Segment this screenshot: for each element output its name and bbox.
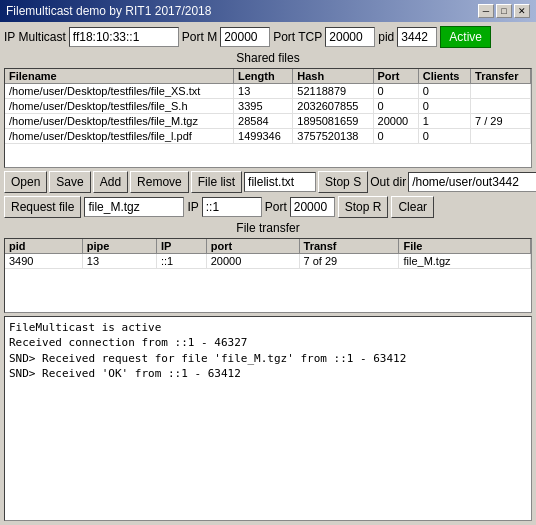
open-button[interactable]: Open xyxy=(4,171,47,193)
port-m-label: Port M xyxy=(182,30,217,44)
table-cell xyxy=(471,84,531,99)
table-cell: 3757520138 xyxy=(293,129,373,144)
request-file-button[interactable]: Request file xyxy=(4,196,81,218)
close-button[interactable]: ✕ xyxy=(514,4,530,18)
log-line: SND> Received 'OK' from ::1 - 63412 xyxy=(9,366,527,381)
stop-s-button[interactable]: Stop S xyxy=(318,171,368,193)
table-row[interactable]: /home/user/Desktop/testfiles/file_l.pdf1… xyxy=(5,129,531,144)
table-row[interactable]: 349013::1200007 of 29file_M.tgz xyxy=(5,254,531,269)
table-cell: /home/user/Desktop/testfiles/file_XS.txt xyxy=(5,84,234,99)
file-transfer-label: File transfer xyxy=(4,221,532,235)
ip-multicast-input[interactable] xyxy=(69,27,179,47)
table-row[interactable]: /home/user/Desktop/testfiles/file_XS.txt… xyxy=(5,84,531,99)
table-cell: file_M.tgz xyxy=(399,254,531,269)
shared-files-label: Shared files xyxy=(4,51,532,65)
window-body: IP Multicast Port M Port TCP pid Active … xyxy=(0,22,536,525)
table-cell: 1 xyxy=(418,114,470,129)
table-cell: 0 xyxy=(373,84,418,99)
transfer-table-container: pid pipe IP port Transf File 349013::120… xyxy=(4,238,532,313)
table-row[interactable]: /home/user/Desktop/testfiles/file_M.tgz2… xyxy=(5,114,531,129)
request-ip-input[interactable] xyxy=(202,197,262,217)
minimize-button[interactable]: ─ xyxy=(478,4,494,18)
title-bar-buttons: ─ □ ✕ xyxy=(478,4,530,18)
request-file-input[interactable] xyxy=(84,197,184,217)
request-ip-label: IP xyxy=(187,200,198,214)
port-m-input[interactable] xyxy=(220,27,270,47)
tcol-ip: IP xyxy=(156,239,206,254)
table-cell: 1895081659 xyxy=(293,114,373,129)
pid-label: pid xyxy=(378,30,394,44)
col-length: Length xyxy=(234,69,293,84)
table-cell xyxy=(471,99,531,114)
port-tcp-input[interactable] xyxy=(325,27,375,47)
col-clients: Clients xyxy=(418,69,470,84)
table-cell: 28584 xyxy=(234,114,293,129)
active-badge: Active xyxy=(440,26,491,48)
toolbar-row: Open Save Add Remove File list Stop S Ou… xyxy=(4,171,532,193)
col-port: Port xyxy=(373,69,418,84)
table-cell: 13 xyxy=(234,84,293,99)
save-button[interactable]: Save xyxy=(49,171,90,193)
tcol-transf: Transf xyxy=(299,239,399,254)
file-list-button[interactable]: File list xyxy=(191,171,242,193)
table-cell: 52118879 xyxy=(293,84,373,99)
pid-input[interactable] xyxy=(397,27,437,47)
transfer-table: pid pipe IP port Transf File 349013::120… xyxy=(5,239,531,269)
files-table-header: Filename Length Hash Port Clients Transf… xyxy=(5,69,531,84)
ip-multicast-label: IP Multicast xyxy=(4,30,66,44)
log-area: FileMulticast is activeReceived connecti… xyxy=(4,316,532,521)
maximize-button[interactable]: □ xyxy=(496,4,512,18)
table-cell: 13 xyxy=(82,254,156,269)
out-dir-label: Out dir xyxy=(370,175,406,189)
log-line: SND> Received request for file 'file_M.t… xyxy=(9,351,527,366)
table-cell: 20000 xyxy=(206,254,299,269)
table-cell: 0 xyxy=(418,99,470,114)
filelist-input[interactable] xyxy=(244,172,316,192)
table-cell: 0 xyxy=(418,129,470,144)
table-cell xyxy=(471,129,531,144)
request-port-label: Port xyxy=(265,200,287,214)
files-table-body: /home/user/Desktop/testfiles/file_XS.txt… xyxy=(5,84,531,144)
table-cell: 7 of 29 xyxy=(299,254,399,269)
remove-button[interactable]: Remove xyxy=(130,171,189,193)
log-line: Received connection from ::1 - 46327 xyxy=(9,335,527,350)
table-row[interactable]: /home/user/Desktop/testfiles/file_S.h339… xyxy=(5,99,531,114)
table-cell: 7 / 29 xyxy=(471,114,531,129)
files-table-container: Filename Length Hash Port Clients Transf… xyxy=(4,68,532,168)
table-cell: 0 xyxy=(373,99,418,114)
table-cell: 2032607855 xyxy=(293,99,373,114)
table-cell: 1499346 xyxy=(234,129,293,144)
request-row: Request file IP Port Stop R Clear xyxy=(4,196,532,218)
files-table: Filename Length Hash Port Clients Transf… xyxy=(5,69,531,144)
table-cell: 3395 xyxy=(234,99,293,114)
log-line: FileMulticast is active xyxy=(9,320,527,335)
table-cell: ::1 xyxy=(156,254,206,269)
col-filename: Filename xyxy=(5,69,234,84)
port-tcp-label: Port TCP xyxy=(273,30,322,44)
tcol-file: File xyxy=(399,239,531,254)
tcol-pipe: pipe xyxy=(82,239,156,254)
col-transfer: Transfer xyxy=(471,69,531,84)
transfer-table-body: 349013::1200007 of 29file_M.tgz xyxy=(5,254,531,269)
window-title: Filemulticast demo by RIT1 2017/2018 xyxy=(6,4,211,18)
table-cell: 0 xyxy=(418,84,470,99)
clear-button[interactable]: Clear xyxy=(391,196,434,218)
title-bar: Filemulticast demo by RIT1 2017/2018 ─ □… xyxy=(0,0,536,22)
table-cell: 0 xyxy=(373,129,418,144)
table-cell: 20000 xyxy=(373,114,418,129)
request-port-input[interactable] xyxy=(290,197,335,217)
transfer-table-header: pid pipe IP port Transf File xyxy=(5,239,531,254)
table-cell: /home/user/Desktop/testfiles/file_S.h xyxy=(5,99,234,114)
col-hash: Hash xyxy=(293,69,373,84)
table-cell: /home/user/Desktop/testfiles/file_l.pdf xyxy=(5,129,234,144)
tcol-port: port xyxy=(206,239,299,254)
stop-r-button[interactable]: Stop R xyxy=(338,196,389,218)
tcol-pid: pid xyxy=(5,239,82,254)
add-button[interactable]: Add xyxy=(93,171,128,193)
table-cell: 3490 xyxy=(5,254,82,269)
top-row: IP Multicast Port M Port TCP pid Active xyxy=(4,26,532,48)
out-dir-input[interactable] xyxy=(408,172,536,192)
table-cell: /home/user/Desktop/testfiles/file_M.tgz xyxy=(5,114,234,129)
